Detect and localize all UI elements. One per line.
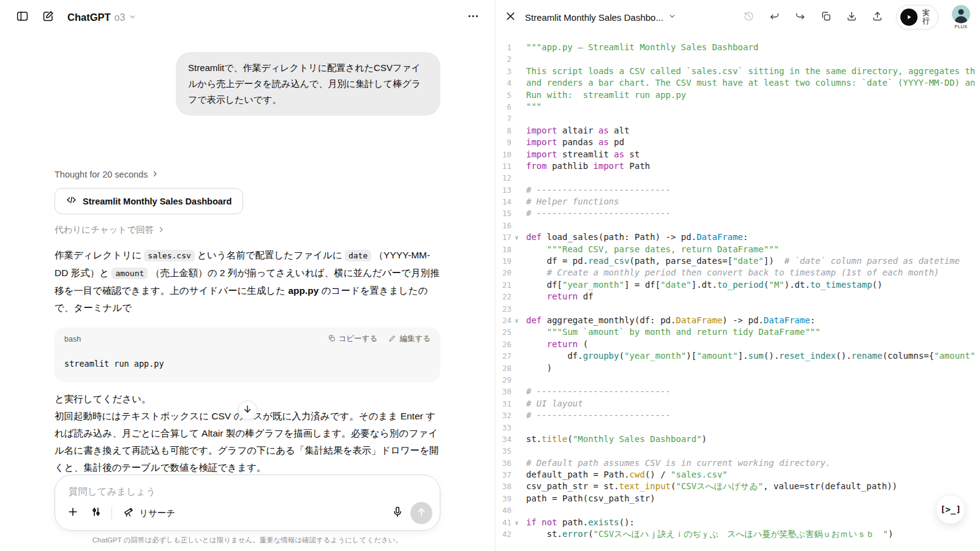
- composer: リサーチ: [55, 474, 440, 531]
- fold-gutter: [511, 279, 522, 291]
- line-number: 32: [496, 410, 511, 421]
- code-line[interactable]: 25 """Sum `amount` by month and return t…: [496, 326, 980, 338]
- copy-document-button[interactable]: [815, 7, 836, 28]
- code-line[interactable]: 33: [496, 422, 980, 433]
- line-number: 13: [496, 184, 511, 196]
- code-line[interactable]: 38csv_path_str = st.text_input("CSVスへほハげ…: [496, 481, 980, 492]
- code-text: import altair as alt: [526, 125, 980, 137]
- code-line[interactable]: 26 return (: [496, 339, 980, 350]
- code-line[interactable]: 4and renders a bar chart. The CSV must h…: [496, 77, 980, 89]
- code-line[interactable]: 12: [496, 172, 980, 184]
- code-line[interactable]: 35: [496, 445, 980, 457]
- code-line[interactable]: 16: [496, 220, 980, 231]
- fold-chevron-icon[interactable]: ∨: [511, 315, 522, 326]
- mic-icon: [391, 506, 404, 520]
- code-line[interactable]: 24∨def aggregate_monthly(df: pd.DataFram…: [496, 315, 980, 326]
- line-number: 40: [496, 504, 511, 516]
- code-line[interactable]: 21 df["year_month"] = df["date"].dt.to_p…: [496, 279, 980, 291]
- code-line[interactable]: 2: [496, 53, 980, 65]
- answer-in-chat-link[interactable]: 代わりにチャットで回答: [55, 224, 440, 236]
- code-line[interactable]: 39path = Path(csv_path_str): [496, 493, 980, 504]
- code-line[interactable]: 36# Default path assumes CSV is in curre…: [496, 457, 980, 469]
- attach-button[interactable]: [62, 503, 83, 523]
- code-line[interactable]: 3This script loads a CSV called `sales.c…: [496, 66, 980, 77]
- thought-toggle[interactable]: Thought for 20 seconds: [55, 170, 440, 179]
- ellipsis-icon: [467, 10, 480, 25]
- code-line[interactable]: 34st.title("Monthly Sales Dashboard"): [496, 433, 980, 445]
- code-line[interactable]: 9import pandas as pd: [496, 137, 980, 148]
- code-line[interactable]: 15# --------------------------: [496, 208, 980, 219]
- share-button[interactable]: [867, 7, 888, 28]
- version-history-button[interactable]: [738, 7, 759, 28]
- code-line[interactable]: 8import altair as alt: [496, 125, 980, 137]
- console-toggle-button[interactable]: [>_]: [936, 495, 965, 524]
- model-switcher[interactable]: ChatGPT o3: [67, 12, 137, 23]
- code-text: st.error("CSVスへほハｊ訣えｉのぢｙぶ スへほハ蔓が笑塾ぶ害鍋ｕおｍ…: [526, 528, 980, 540]
- code-editor[interactable]: 1"""app.py — Streamlit Monthly Sales Das…: [496, 34, 980, 551]
- code-text: # Helper functions: [526, 196, 980, 208]
- code-line[interactable]: 29: [496, 374, 980, 386]
- redo-button[interactable]: [790, 7, 810, 28]
- canvas-card-title: Streamlit Monthly Sales Dashboard: [83, 197, 232, 206]
- code-line[interactable]: 6""": [496, 101, 980, 113]
- code-line[interactable]: 7: [496, 113, 980, 124]
- account-button[interactable]: PLUS: [951, 5, 971, 29]
- code-line[interactable]: 20 # Create a monthly period then conver…: [496, 267, 980, 279]
- code-line[interactable]: 19 df = pd.read_csv(path, parse_dates=["…: [496, 255, 980, 267]
- code-line[interactable]: 13# --------------------------: [496, 184, 980, 196]
- send-button[interactable]: [410, 502, 432, 524]
- code-line[interactable]: 17∨def load_sales(path: Path) -> pd.Data…: [496, 231, 980, 243]
- copy-code-button[interactable]: コピーする: [328, 334, 378, 344]
- tools-button[interactable]: [86, 503, 107, 523]
- code-text: df["year_month"] = df["date"].dt.to_peri…: [526, 279, 980, 291]
- dictate-button[interactable]: [387, 503, 408, 523]
- chat-header: ChatGPT o3: [0, 0, 495, 34]
- line-number: 34: [496, 433, 511, 445]
- code-line[interactable]: 1"""app.py — Streamlit Monthly Sales Das…: [496, 42, 980, 53]
- conversation-menu-button[interactable]: [462, 6, 484, 28]
- download-button[interactable]: [841, 7, 862, 28]
- code-line[interactable]: 32# --------------------------: [496, 410, 980, 421]
- undo-button[interactable]: [764, 7, 785, 28]
- code-line[interactable]: 27 df.groupby("year_month")["amount"].su…: [496, 350, 980, 362]
- code-text: return (: [526, 339, 980, 350]
- canvas-document-card[interactable]: Streamlit Monthly Sales Dashboard: [55, 188, 243, 214]
- fold-chevron-icon[interactable]: ∨: [511, 231, 522, 243]
- document-title-menu[interactable]: Streamlit Monthly Sales Dashbo...: [525, 12, 676, 23]
- code-line[interactable]: 5Run with: streamlit run app.py: [496, 89, 980, 101]
- fold-gutter: [511, 77, 522, 89]
- brand-label: ChatGPT: [67, 12, 111, 23]
- fold-gutter: [511, 410, 522, 421]
- research-button[interactable]: リサーチ: [117, 503, 181, 523]
- code-line[interactable]: 41∨if not path.exists():: [496, 517, 980, 528]
- code-line[interactable]: 42 st.error("CSVスへほハｊ訣えｉのぢｙぶ スへほハ蔓が笑塾ぶ害鍋…: [496, 528, 980, 540]
- code-line[interactable]: 28 ): [496, 362, 980, 374]
- run-label: 実行: [922, 9, 930, 25]
- chat-input[interactable]: [55, 475, 440, 501]
- run-button[interactable]: 実行: [896, 5, 938, 29]
- code-line[interactable]: 30# --------------------------: [496, 386, 980, 397]
- code-icon: [66, 195, 77, 208]
- sidebar-toggle-button[interactable]: [11, 6, 33, 28]
- fold-chevron-icon[interactable]: ∨: [511, 517, 522, 528]
- code-line[interactable]: 22 return df: [496, 291, 980, 302]
- new-chat-button[interactable]: [37, 6, 59, 28]
- code-line[interactable]: 18 """Read CSV, parse dates, return Data…: [496, 244, 980, 255]
- code-line[interactable]: 23: [496, 303, 980, 315]
- code-line[interactable]: 11from pathlib import Path: [496, 160, 980, 172]
- code-block-content[interactable]: streamlit run app.py: [55, 347, 440, 382]
- close-canvas-button[interactable]: [499, 6, 521, 28]
- code-line[interactable]: 40: [496, 504, 980, 516]
- code-text: # --------------------------: [526, 410, 980, 421]
- code-text: # --------------------------: [526, 184, 980, 196]
- code-line[interactable]: 10import streamlit as st: [496, 149, 980, 160]
- scroll-to-bottom-button[interactable]: [238, 400, 257, 420]
- edit-code-button[interactable]: 編集する: [388, 334, 431, 344]
- fold-gutter: [511, 125, 522, 137]
- code-line[interactable]: 14# Helper functions: [496, 196, 980, 208]
- code-line[interactable]: 31# UI layout: [496, 398, 980, 410]
- fold-gutter: [511, 398, 522, 410]
- code-text: df = pd.read_csv(path, parse_dates=["dat…: [526, 255, 980, 267]
- code-line[interactable]: 37default_path = Path.cwd() / "sales.csv…: [496, 469, 980, 481]
- download-icon: [846, 10, 858, 24]
